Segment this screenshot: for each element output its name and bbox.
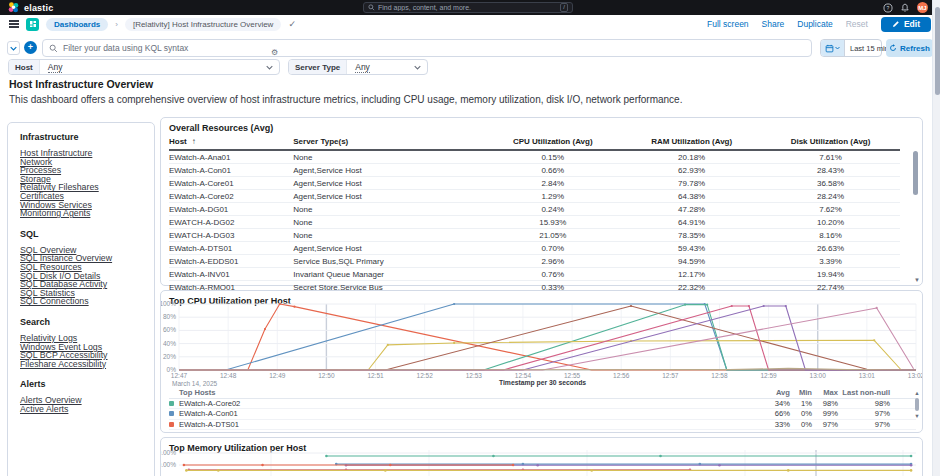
legend-row[interactable]: EWatch-A-Con0166%0%99%97%: [169, 409, 916, 420]
table-cell: None: [293, 216, 483, 229]
table-cell: 78.35%: [622, 229, 761, 242]
series-color-dot: [169, 422, 174, 427]
table-cell: 0.76%: [483, 268, 622, 281]
server-type-control[interactable]: Server Type Any: [288, 59, 428, 75]
legend-header-row: Top Hosts Avg Min Max Last non-null: [169, 388, 916, 399]
controls-settings-gear-icon[interactable]: ⚙: [271, 49, 278, 57]
edit-button[interactable]: Edit: [881, 17, 931, 32]
table-cell: 94.59%: [622, 255, 761, 268]
dashboard-actions: Full screen Share Duplicate Reset Edit: [707, 17, 931, 32]
sidebar-link[interactable]: Active Alerts: [20, 405, 142, 414]
svg-text:100%: 100%: [161, 300, 176, 307]
global-search-placeholder: Find apps, content, and more.: [378, 4, 557, 11]
kql-query-input[interactable]: Filter your data using KQL syntax: [42, 39, 812, 57]
host-cell: EWatch-A-Core01: [169, 177, 293, 190]
svg-text:12:57: 12:57: [662, 372, 679, 379]
reset-button[interactable]: Reset: [846, 19, 868, 29]
sidebar-link[interactable]: Monitoring Agents: [20, 209, 142, 218]
chevron-down-icon: [266, 65, 273, 70]
table-cell: 10.20%: [761, 216, 900, 229]
legend-scrollbar-thumb[interactable]: [915, 398, 919, 411]
user-avatar[interactable]: MJ: [917, 2, 928, 13]
host-control-value[interactable]: Any: [48, 62, 63, 73]
page-scrollbar-thumb[interactable]: [935, 7, 940, 95]
legend-hosts-header: Top Hosts: [179, 388, 756, 397]
x-axis-title: Timestamp per 30 seconds: [161, 379, 923, 386]
svg-text:12:55: 12:55: [564, 372, 581, 379]
table-scrollbar-thumb[interactable]: [913, 151, 918, 195]
resources-table-body: EWatch-A-Ana01None0.15%20.18%7.61%EWatch…: [169, 150, 900, 294]
chevron-down-icon: [10, 46, 17, 51]
legend-stat-value: 97%: [812, 420, 838, 429]
table-cell: 3.39%: [761, 255, 900, 268]
server-type-control-label: Server Type: [289, 60, 347, 74]
column-header[interactable]: Disk Utilization (Avg): [761, 134, 900, 150]
calendar-icon: [825, 44, 834, 53]
svg-text:13:01: 13:01: [859, 372, 876, 379]
cpu-chart-legend: Top Hosts Avg Min Max Last non-null EWat…: [169, 388, 916, 430]
column-header[interactable]: Server Type(s): [293, 134, 483, 150]
legend-host-name[interactable]: EWatch-A-Con01: [179, 409, 756, 418]
sidebar-link[interactable]: Fileshare Accessibility: [20, 360, 142, 369]
legend-row[interactable]: EWatch-A-Core0234%1%98%98%: [169, 399, 916, 410]
menu-hamburger-icon[interactable]: [9, 19, 19, 30]
column-header[interactable]: CPU Utilization (Avg): [483, 134, 622, 150]
kibana-dashboard-page: elastic Find apps, content, and more. / …: [0, 0, 940, 476]
expand-filters-button[interactable]: [7, 41, 20, 55]
table-cell: 28.43%: [761, 164, 900, 177]
share-button[interactable]: Share: [762, 19, 785, 29]
shortcut-key-badge: /: [560, 3, 568, 12]
legend-scrollbar[interactable]: ▲ ▼: [912, 390, 922, 419]
column-header[interactable]: RAM Utilization (Avg): [622, 134, 761, 150]
dashboard-app-icon[interactable]: [26, 18, 39, 31]
svg-text:80.00%: 80.00%: [161, 461, 176, 468]
table-cell: Agent,Service Host: [293, 242, 483, 255]
search-icon: [368, 4, 375, 11]
host-cell: EWATCH-A-DG02: [169, 216, 293, 229]
scroll-down-icon[interactable]: ▼: [912, 413, 922, 419]
duplicate-button[interactable]: Duplicate: [797, 19, 832, 29]
help-icon[interactable]: ?: [883, 3, 893, 13]
full-screen-button[interactable]: Full screen: [707, 19, 749, 29]
legend-row-action-icon[interactable]: [890, 409, 902, 418]
legend-stat-value: 99%: [812, 409, 838, 418]
table-scroll-down-icon[interactable]: ▼: [914, 277, 920, 283]
svg-text:?: ?: [887, 4, 890, 10]
svg-text:40%: 40%: [163, 340, 176, 347]
sidebar-section-heading: Infrastructure: [20, 132, 142, 142]
page-scrollbar[interactable]: [932, 0, 940, 476]
elastic-logo-icon: [8, 2, 19, 13]
table-cell: 8.16%: [761, 229, 900, 242]
calendar-button[interactable]: [821, 40, 845, 56]
legend-row[interactable]: EWatch-A-DTS0133%0%97%97%: [169, 420, 916, 431]
table-cell: 21.05%: [483, 229, 622, 242]
sidebar-nav-panel: InfrastructureHost InfrastructureNetwork…: [7, 122, 155, 476]
notifications-bell-icon[interactable]: [900, 3, 910, 13]
add-filter-button[interactable]: +: [24, 41, 37, 54]
table-row: EWATCH-A-DG03None21.05%78.35%8.16%: [169, 229, 900, 242]
legend-stat-value: 1%: [790, 399, 812, 408]
scroll-up-icon[interactable]: ▲: [912, 390, 922, 396]
global-search-input[interactable]: Find apps, content, and more. /: [363, 2, 573, 13]
panel-title: Overall Resources (Avg): [169, 123, 273, 133]
legend-stat-value: 0%: [790, 409, 812, 418]
legend-stat-value: 98%: [812, 399, 838, 408]
sidebar-link[interactable]: SQL Connections: [20, 297, 142, 306]
refresh-icon: [889, 44, 897, 52]
chevron-down-icon: [414, 65, 421, 70]
legend-host-name[interactable]: EWatch-A-DTS01: [179, 420, 756, 429]
legend-rows: EWatch-A-Core0234%1%98%98%EWatch-A-Con01…: [169, 399, 916, 431]
svg-text:12:56: 12:56: [613, 372, 630, 379]
legend-row-action-icon[interactable]: [890, 420, 902, 429]
table-row: EWatch-A-DG01None0.24%47.28%7.62%: [169, 203, 900, 216]
server-type-control-value[interactable]: Any: [355, 62, 370, 73]
breadcrumb-dashboards[interactable]: Dashboards: [46, 18, 108, 31]
svg-text:12:53: 12:53: [466, 372, 483, 379]
legend-host-name[interactable]: EWatch-A-Core02: [179, 399, 756, 408]
refresh-button[interactable]: Refresh: [886, 39, 933, 57]
breadcrumb-bar: Dashboards › [Relativity] Host Infrastru…: [0, 15, 940, 33]
legend-row-action-icon[interactable]: [890, 399, 902, 408]
host-control[interactable]: Host Any: [8, 59, 280, 75]
column-header[interactable]: Host↑: [169, 134, 293, 150]
sidebar-section-heading: SQL: [20, 229, 142, 239]
